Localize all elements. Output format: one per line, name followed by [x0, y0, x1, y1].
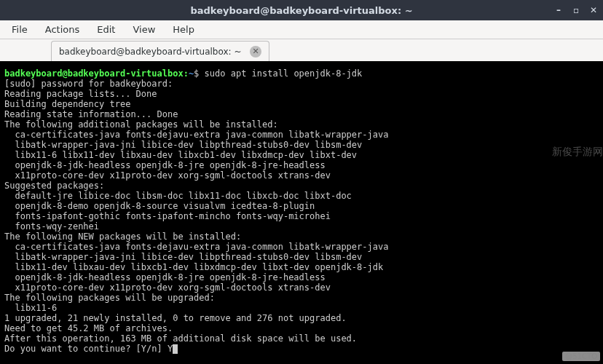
tabstrip: badkeyboard@badkeyboard-virtualbox: ~ ✕: [0, 39, 603, 61]
terminal-line: openjdk-8-demo openjdk-8-source visualvm…: [4, 201, 599, 211]
prompt-sep: :: [184, 68, 189, 79]
maximize-icon[interactable]: ▫: [571, 5, 581, 15]
terminal-line: 1 upgraded, 21 newly installed, 0 to rem…: [4, 313, 599, 323]
prompt-userhost: badkeyboard@badkeyboard-virtualbox: [4, 68, 184, 79]
terminal-line: libx11-6 libx11-dev libxau-dev libxcb1-d…: [4, 150, 599, 160]
close-icon[interactable]: ✕: [588, 5, 599, 15]
terminal-tab[interactable]: badkeyboard@badkeyboard-virtualbox: ~ ✕: [51, 41, 269, 61]
terminal-line: Need to get 45.2 MB of archives.: [4, 323, 599, 333]
terminal-line: Reading state information... Done: [4, 109, 599, 119]
minimize-icon[interactable]: –: [553, 5, 564, 15]
terminal-viewport[interactable]: badkeyboard@badkeyboard-virtualbox:~$ su…: [0, 61, 603, 364]
terminal-line: Suggested packages:: [4, 181, 599, 191]
window-controls: – ▫ ✕: [553, 0, 599, 20]
tab-close-icon[interactable]: ✕: [250, 46, 261, 58]
terminal-line: The following packages will be upgraded:: [4, 293, 599, 303]
terminal-line: libatk-wrapper-java-jni libice-dev libpt…: [4, 140, 599, 150]
terminal-line: libatk-wrapper-java-jni libice-dev libpt…: [4, 252, 599, 262]
terminal-line: Building dependency tree: [4, 99, 599, 109]
command-text: sudo apt install openjdk-8-jdk: [199, 68, 362, 79]
terminal-line: The following NEW packages will be insta…: [4, 232, 599, 242]
menu-actions[interactable]: Actions: [36, 22, 89, 37]
watermark: @51CTO: [562, 352, 600, 361]
window-title: badkeyboard@badkeyboard-virtualbox: ~: [190, 5, 412, 16]
terminal-line: Reading package lists... Done: [4, 89, 599, 99]
tab-title: badkeyboard@badkeyboard-virtualbox: ~: [59, 47, 241, 57]
prompt-line: badkeyboard@badkeyboard-virtualbox:~$ su…: [4, 68, 599, 79]
menu-file[interactable]: File: [3, 22, 36, 37]
terminal-line: openjdk-8-jdk-headless openjdk-8-jre ope…: [4, 272, 599, 282]
window-titlebar: badkeyboard@badkeyboard-virtualbox: ~ – …: [0, 0, 603, 20]
terminal-line: libx11-6: [4, 303, 599, 313]
terminal-line: [sudo] password for badkeyboard:: [4, 79, 599, 89]
terminal-line: ca-certificates-java fonts-dejavu-extra …: [4, 242, 599, 252]
terminal-line: openjdk-8-jdk-headless openjdk-8-jre ope…: [4, 160, 599, 170]
terminal-line: x11proto-core-dev x11proto-dev xorg-sgml…: [4, 282, 599, 293]
side-watermark-text: 新俊手游网: [552, 146, 603, 159]
terminal-line: fonts-wqy-zenhei: [4, 221, 599, 232]
menubar: File Actions Edit View Help: [0, 20, 603, 39]
cursor-icon: [173, 344, 178, 354]
terminal-line: After this operation, 163 MB of addition…: [4, 333, 599, 344]
terminal-line: ca-certificates-java fonts-dejavu-extra …: [4, 130, 599, 140]
terminal-line: libx11-dev libxau-dev libxcb1-dev libxdm…: [4, 262, 599, 272]
menu-edit[interactable]: Edit: [88, 22, 124, 37]
terminal-line: default-jre libice-doc libsm-doc libx11-…: [4, 191, 599, 201]
menu-help[interactable]: Help: [164, 22, 203, 37]
terminal-line: x11proto-core-dev x11proto-dev xorg-sgml…: [4, 170, 599, 181]
terminal-line: fonts-ipafont-gothic fonts-ipafont-minch…: [4, 211, 599, 221]
menu-view[interactable]: View: [124, 22, 164, 37]
terminal-line: The following additional packages will b…: [4, 119, 599, 130]
terminal-line: Do you want to continue? [Y/n] Y: [4, 344, 599, 354]
